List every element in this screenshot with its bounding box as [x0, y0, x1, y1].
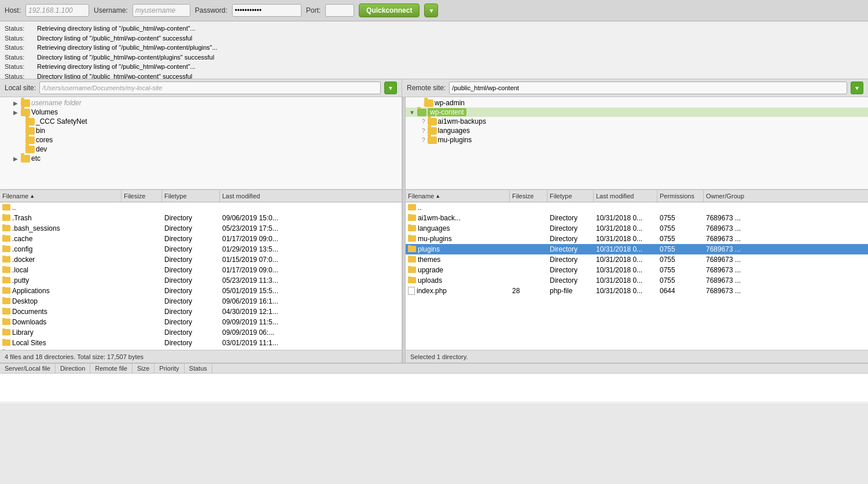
- local-file-row[interactable]: .config Directory 01/29/2019 13:5...: [0, 244, 402, 254]
- file-name: upgrade: [418, 266, 443, 274]
- remote-tree-item-wp-content[interactable]: ▼ wp-content: [406, 108, 868, 117]
- remote-status-bar: Selected 1 directory.: [406, 350, 868, 363]
- file-name-cell: Applications: [0, 287, 122, 295]
- file-owner: 7689673 ...: [704, 224, 868, 232]
- quickconnect-button[interactable]: Quickconnect: [359, 3, 420, 17]
- host-input[interactable]: [25, 4, 89, 17]
- remote-col-filesize[interactable]: Filesize: [510, 190, 547, 202]
- remote-file-row[interactable]: plugins Directory 10/31/2018 0... 0755 7…: [406, 244, 868, 254]
- local-tree-item-cores[interactable]: cores: [0, 135, 402, 145]
- tree-toggle[interactable]: ▶: [12, 109, 20, 116]
- folder-icon: [408, 204, 416, 210]
- remote-file-row[interactable]: ai1wm-back... Directory 10/31/2018 0... …: [406, 213, 868, 223]
- local-file-row[interactable]: ..: [0, 202, 402, 213]
- remote-file-row[interactable]: mu-plugins Directory 10/31/2018 0... 075…: [406, 234, 868, 244]
- local-tree-item-ccc[interactable]: _CCC SafetyNet: [0, 117, 402, 126]
- local-tree-area[interactable]: ▶ username folder ▶ Volumes _CCC SafetyN…: [0, 97, 402, 190]
- file-owner: 7689673 ...: [704, 276, 868, 285]
- local-file-row[interactable]: .docker Directory 01/15/2019 07:0...: [0, 254, 402, 265]
- file-type: Directory: [547, 256, 594, 264]
- remote-tree-item-languages[interactable]: ? languages: [406, 126, 868, 135]
- local-file-row[interactable]: Applications Directory 05/01/2019 15:5..…: [0, 286, 402, 296]
- local-tree-item-dev[interactable]: dev: [0, 145, 402, 154]
- local-file-row[interactable]: Local Sites Directory 03/01/2019 11:1...: [0, 338, 402, 348]
- local-file-row[interactable]: .putty Directory 05/23/2019 11:3...: [0, 275, 402, 286]
- tree-toggle[interactable]: ▶: [12, 156, 20, 162]
- local-file-row[interactable]: Downloads Directory 09/09/2019 11:5...: [0, 317, 402, 327]
- file-owner: 7689673 ...: [704, 287, 868, 295]
- file-modified: 10/31/2018 0...: [594, 214, 657, 222]
- tree-item-label: cores: [36, 136, 53, 144]
- tree-item-label: username folder: [31, 99, 82, 107]
- file-name: index.php: [417, 287, 447, 295]
- local-site-dropdown[interactable]: ▼: [384, 82, 397, 94]
- remote-tree-area[interactable]: wp-admin ▼ wp-content ? ai1wm-backups ? …: [406, 97, 868, 190]
- remote-file-row[interactable]: themes Directory 10/31/2018 0... 0755 76…: [406, 254, 868, 265]
- file-name: Documents: [12, 308, 47, 316]
- tree-toggle[interactable]: ▼: [408, 109, 416, 116]
- status-text: Retrieving directory listing of "/public…: [37, 24, 196, 34]
- file-name: mu-plugins: [418, 235, 452, 243]
- local-file-row[interactable]: Documents Directory 04/30/2019 12:1...: [0, 306, 402, 317]
- remote-site-dropdown[interactable]: ▼: [851, 82, 863, 94]
- remote-file-list[interactable]: .. ai1wm-back... Directory 10/31/2018 0.…: [406, 202, 868, 350]
- file-name: .local: [12, 266, 28, 274]
- status-log: Status:Retrieving directory listing of "…: [0, 21, 868, 79]
- local-col-filetype[interactable]: Filetype: [162, 190, 220, 202]
- status-line: Status:Retrieving directory listing of "…: [5, 24, 863, 34]
- remote-col-perms[interactable]: Permissions: [657, 190, 704, 202]
- remote-col-filetype[interactable]: Filetype: [547, 190, 594, 202]
- folder-icon: [21, 155, 30, 162]
- quickconnect-dropdown-button[interactable]: ▼: [424, 3, 438, 17]
- file-modified: 09/09/2019 06:...: [220, 328, 402, 337]
- local-file-list[interactable]: .. .Trash Directory 09/06/2019 15:0... .…: [0, 202, 402, 350]
- local-file-row[interactable]: Desktop Directory 09/06/2019 16:1...: [0, 296, 402, 306]
- local-file-row[interactable]: .local Directory 01/17/2019 09:0...: [0, 265, 402, 275]
- file-name-cell: languages: [406, 224, 510, 232]
- site-bars: Local site: ▼ Remote site: ▼: [0, 79, 868, 97]
- remote-file-row[interactable]: languages Directory 10/31/2018 0... 0755…: [406, 223, 868, 234]
- local-col-lastmod[interactable]: Last modified: [220, 190, 402, 202]
- tree-item-label: etc: [31, 154, 41, 162]
- local-file-row[interactable]: .Trash Directory 09/06/2019 15:0...: [0, 213, 402, 223]
- username-input[interactable]: [133, 4, 190, 17]
- file-name-cell: themes: [406, 256, 510, 264]
- remote-col-filename[interactable]: Filename ▲: [406, 190, 510, 202]
- file-type: Directory: [162, 339, 220, 347]
- file-modified: 01/15/2019 07:0...: [220, 256, 402, 264]
- remote-col-owner[interactable]: Owner/Group: [704, 190, 868, 202]
- remote-file-row[interactable]: index.php 28 php-file 10/31/2018 0... 06…: [406, 286, 868, 296]
- local-site-input[interactable]: [39, 82, 381, 94]
- local-tree-item-etc[interactable]: ▶ etc: [0, 154, 402, 163]
- file-name-cell: .bash_sessions: [0, 224, 122, 232]
- local-status-text: 4 files and 18 directories. Total size: …: [5, 353, 144, 360]
- remote-file-row[interactable]: ..: [406, 202, 868, 213]
- tree-item-label: Volumes: [31, 108, 58, 116]
- remote-file-row[interactable]: uploads Directory 10/31/2018 0... 0755 7…: [406, 275, 868, 286]
- file-name: plugins: [418, 245, 440, 253]
- tree-toggle[interactable]: ▶: [12, 100, 20, 106]
- local-tree-item-home[interactable]: ▶ username folder: [0, 98, 402, 108]
- remote-site-input[interactable]: [449, 82, 847, 94]
- local-file-row[interactable]: .cache Directory 01/17/2019 09:0...: [0, 234, 402, 244]
- file-type: Directory: [162, 287, 220, 295]
- local-file-row[interactable]: .bash_sessions Directory 05/23/2019 17:5…: [0, 223, 402, 234]
- folder-icon: [408, 246, 416, 252]
- local-col-filename[interactable]: Filename ▲: [0, 190, 122, 202]
- remote-tree-item-ai1wm[interactable]: ? ai1wm-backups: [406, 117, 868, 126]
- password-input[interactable]: [232, 4, 301, 17]
- remote-file-row[interactable]: upgrade Directory 10/31/2018 0... 0755 7…: [406, 265, 868, 275]
- folder-icon: [2, 287, 10, 294]
- file-type: Directory: [547, 214, 594, 222]
- sort-arrow-icon: ▲: [435, 193, 440, 199]
- local-tree-item-volumes[interactable]: ▶ Volumes: [0, 108, 402, 117]
- remote-tree-item-wp-admin[interactable]: wp-admin: [406, 98, 868, 108]
- port-input[interactable]: [325, 4, 354, 17]
- file-modified: 04/30/2019 12:1...: [220, 308, 402, 316]
- queue-col-header: Priority: [155, 364, 184, 373]
- local-file-row[interactable]: Library Directory 09/09/2019 06:...: [0, 327, 402, 338]
- remote-col-lastmod[interactable]: Last modified: [594, 190, 657, 202]
- local-tree-item-bin[interactable]: bin: [0, 126, 402, 135]
- remote-tree-item-mu-plugins[interactable]: ? mu-plugins: [406, 135, 868, 145]
- local-col-filesize[interactable]: Filesize: [122, 190, 162, 202]
